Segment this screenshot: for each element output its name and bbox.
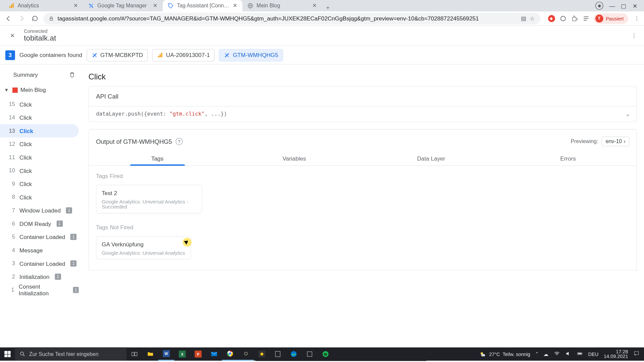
new-tab-button[interactable]: ＋ — [322, 4, 333, 12]
maximize-button[interactable]: ▢ — [621, 2, 626, 9]
tray-onedrive-icon[interactable]: ☁ — [543, 351, 548, 357]
weather-widget[interactable]: 27°C Teilw. sonnig — [479, 351, 530, 358]
tray-battery-icon[interactable] — [577, 351, 583, 358]
window-close-button[interactable]: ✕ — [633, 2, 638, 9]
event-item[interactable]: 2Initialization1 — [0, 270, 79, 284]
svg-point-28 — [243, 351, 249, 357]
tray-wifi-icon[interactable] — [554, 351, 560, 358]
api-call-row[interactable]: dataLayer.push({event: "gtm.click", ...}… — [89, 107, 637, 122]
chrome-profile-icon[interactable]: ◉ — [595, 2, 603, 10]
browser-tab-gtm[interactable]: Google Tag Manager ✕ — [83, 0, 163, 11]
event-item[interactable]: 14Click — [0, 111, 79, 124]
translate-icon[interactable]: ▤ — [521, 15, 526, 22]
edge-icon[interactable] — [286, 347, 302, 361]
app-icon[interactable] — [254, 347, 270, 361]
browser-tab-analytics[interactable]: Analytics ✕ — [4, 0, 83, 11]
event-item[interactable]: 12Click — [0, 137, 79, 151]
browser-tab-blog[interactable]: Mein Blog ✕ — [243, 0, 322, 11]
gtm-icon — [88, 2, 95, 9]
container-bar: 3 Google containers found GTM-MCBKPTD UA… — [0, 46, 644, 64]
extension-icon[interactable] — [559, 14, 567, 22]
close-icon[interactable]: ✕ — [152, 3, 158, 9]
reload-button[interactable] — [30, 13, 40, 23]
connected-label: Connected — [24, 28, 56, 34]
word-icon[interactable]: W — [158, 347, 174, 361]
help-icon[interactable]: ? — [175, 138, 182, 145]
close-icon[interactable]: ✕ — [232, 3, 238, 9]
event-item[interactable]: 6DOM Ready1 — [0, 217, 79, 230]
extensions-puzzle-icon[interactable] — [571, 14, 579, 22]
profile-button[interactable]: T Pausiert — [593, 13, 628, 24]
summary-link[interactable]: Summary — [13, 71, 38, 78]
event-item[interactable]: 8Click — [0, 190, 79, 204]
event-item[interactable]: 15Click — [0, 98, 79, 111]
tag-card-fired[interactable]: Test 2 Google Analytics: Universal Analy… — [96, 185, 202, 214]
tray-clock[interactable]: 17:28 14.09.2021 — [604, 349, 628, 359]
main-panel: Click API Call dataLayer.push({event: "g… — [82, 65, 644, 361]
close-icon[interactable]: ✕ — [311, 3, 317, 9]
extension-icon[interactable]: ◆ — [547, 14, 555, 22]
event-item[interactable]: 11Click — [0, 151, 79, 164]
event-item[interactable]: 13Click — [0, 124, 79, 138]
tab-variables[interactable]: Variables — [226, 152, 363, 165]
back-button[interactable] — [4, 13, 13, 23]
star-icon[interactable]: ☆ — [530, 15, 535, 22]
analytics-icon — [8, 2, 15, 9]
tab-errors[interactable]: Errors — [499, 152, 636, 165]
event-item[interactable]: 1Consent Initialization1 — [0, 283, 79, 297]
start-button[interactable] — [0, 347, 15, 361]
close-icon[interactable]: ✕ — [72, 3, 78, 9]
mail-icon[interactable] — [206, 347, 222, 361]
tray-language[interactable]: DEU — [588, 351, 598, 357]
tray-notifications-icon[interactable] — [633, 351, 639, 358]
close-icon[interactable]: ✕ — [7, 30, 18, 41]
container-chip[interactable]: UA-206913007-1 — [152, 49, 215, 61]
chrome-icon[interactable] — [222, 347, 238, 361]
taskview-icon[interactable] — [126, 347, 142, 361]
chip-label: GTM-MCBKPTD — [100, 52, 143, 58]
event-label: Click — [19, 194, 32, 200]
spotify-icon[interactable] — [318, 347, 333, 361]
previewing-label: Previewing: — [571, 138, 598, 144]
event-number: 13 — [5, 128, 15, 134]
app-icon[interactable] — [302, 347, 317, 361]
container-chip-selected[interactable]: GTM-WMHQHG5 — [219, 49, 283, 61]
forward-button[interactable] — [17, 13, 26, 23]
event-item[interactable]: 9Click — [0, 177, 79, 191]
tab-tags[interactable]: Tags — [89, 152, 226, 165]
event-badge: 1 — [55, 274, 61, 280]
more-menu-icon[interactable]: ⋮ — [631, 32, 637, 39]
event-item[interactable]: 4Message — [0, 244, 79, 257]
tray-volume-icon[interactable] — [565, 351, 571, 358]
excel-icon[interactable]: X — [174, 347, 190, 361]
chrome-menu-icon[interactable]: ⋮ — [633, 15, 640, 22]
svg-rect-38 — [582, 353, 582, 354]
tray-chevron-icon[interactable]: ˄ — [536, 351, 538, 357]
obs-icon[interactable] — [238, 347, 254, 361]
address-bar[interactable]: tagassistant.google.com/#/?source=TAG_MA… — [43, 13, 540, 24]
trash-icon[interactable] — [68, 71, 76, 79]
event-item[interactable]: 10Click — [0, 164, 79, 177]
chevron-right-icon: › — [624, 138, 625, 144]
debug-source-row[interactable]: ▾ Mein Blog — [0, 84, 82, 96]
container-chip[interactable]: GTM-MCBKPTD — [87, 49, 148, 61]
browser-toolbar: tagassistant.google.com/#/?source=TAG_MA… — [0, 11, 644, 25]
tag-name: Test 2 — [102, 190, 196, 196]
event-label: DOM Ready — [19, 220, 51, 227]
event-item[interactable]: 5Container Loaded1 — [0, 230, 79, 244]
reading-list-icon[interactable] — [582, 14, 590, 22]
tab-datalayer[interactable]: Data Layer — [363, 152, 499, 165]
app-icon[interactable] — [270, 347, 285, 361]
app-header: ✕ Connected tobitalk.at ⋮ — [0, 25, 644, 46]
powerpoint-icon[interactable]: P — [190, 347, 206, 361]
svg-point-31 — [260, 353, 263, 356]
taskbar-search[interactable]: Zur Suche Text hier eingeben — [15, 347, 126, 361]
event-item[interactable]: 3Container Loaded1 — [0, 257, 79, 270]
env-selector[interactable]: env-10› — [602, 136, 630, 146]
minimize-button[interactable]: — — [609, 2, 615, 9]
event-list: 15Click14Click13Click12Click11Click10Cli… — [0, 96, 82, 298]
browser-tab-tagassistant[interactable]: Tag Assistant [Connected] ✕ — [163, 0, 242, 11]
event-item[interactable]: 7Window Loaded1 — [0, 204, 79, 217]
explorer-icon[interactable] — [143, 347, 158, 361]
tag-card-not-fired[interactable]: GA Verknüpfung Google Analytics: Univers… — [96, 236, 191, 259]
